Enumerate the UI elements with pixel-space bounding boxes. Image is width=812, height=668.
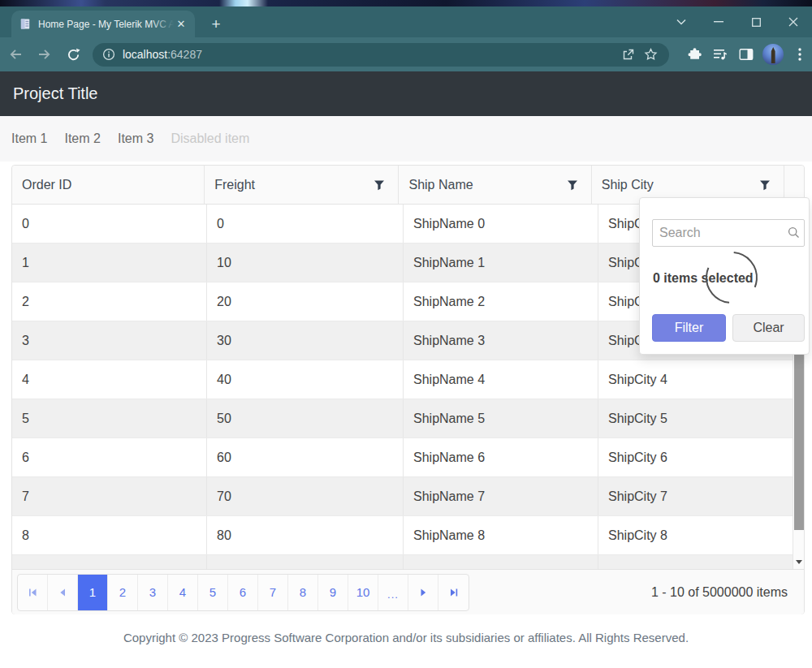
pager-page-7[interactable]: 7 [258,575,288,610]
pager-next-button[interactable] [408,575,438,610]
pager-buttons: 1 2 3 4 5 6 7 8 9 10 ... [17,574,469,611]
window-close-button[interactable] [775,6,812,37]
side-panel-icon[interactable] [734,42,758,67]
tab-search-chevron-icon[interactable] [663,6,700,37]
new-tab-button[interactable]: + [206,15,226,34]
loading-spinner-icon [699,245,764,310]
filter-menu-popup: 0 items selected Filter Clear [639,197,810,355]
cell-order-id: 4 [12,360,207,399]
cell-order-id: 7 [12,477,207,515]
filter-funnel-icon[interactable] [756,176,774,194]
cell-freight: 80 [207,516,404,554]
cell-ship-name: ShipName 0 [404,205,598,243]
cell-ship-name: ShipName 6 [404,438,598,476]
window-frame-wallpaper [0,0,812,6]
cell-freight: 70 [207,477,404,515]
search-icon [788,226,800,242]
pager-page-8[interactable]: 8 [288,575,318,610]
column-header-order-id[interactable]: Order ID [12,166,205,204]
table-row-partial [12,555,794,569]
pager-page-6[interactable]: 6 [228,575,258,610]
filter-funnel-icon[interactable] [370,176,388,194]
url-host: localhost [123,48,167,61]
address-bar[interactable]: localhost:64287 [93,43,669,67]
app-header: Project Title [0,71,812,116]
browser-tab[interactable]: Home Page - My Telerik MVC Ap ✕ [11,11,195,37]
extensions-puzzle-icon[interactable] [683,42,706,67]
filter-clear-button[interactable]: Clear [732,314,805,342]
column-header-ship-name[interactable]: Ship Name [399,166,591,204]
pager-first-button[interactable] [18,575,48,610]
filter-funnel-icon[interactable] [564,176,581,194]
pager-more-pages[interactable]: ... [378,575,408,610]
main-menu: Item 1 Item 2 Item 3 Disabled item [0,116,812,162]
back-button[interactable] [3,41,28,67]
filter-submit-button[interactable]: Filter [652,314,726,342]
cell-ship-name: ShipName 1 [404,243,598,282]
cell-ship-city: ShipCity 4 [598,360,794,399]
site-info-icon[interactable] [102,48,115,61]
share-icon[interactable] [617,43,640,66]
pager-page-1[interactable]: 1 [78,575,108,610]
forward-button[interactable] [32,41,57,67]
pager-info-text: 1 - 10 of 5000000 items [651,585,788,600]
cell-freight: 0 [207,205,404,243]
cell-order-id: 2 [12,282,207,321]
cell-ship-name: ShipName 3 [404,321,598,360]
cell-ship-name: ShipName 4 [404,360,598,399]
pager-page-5[interactable]: 5 [198,575,228,610]
table-row: 4 40 ShipName 4 ShipCity 4 [12,360,794,399]
pager-page-10[interactable]: 10 [348,575,378,610]
grid-pager: 1 2 3 4 5 6 7 8 9 10 ... [12,569,804,614]
cell-order-id: 0 [12,205,207,243]
copyright-footer: Copyright © 2023 Progress Software Corpo… [0,631,812,644]
page-content: Project Title Item 1 Item 2 Item 3 Disab… [0,71,812,668]
tab-title: Home Page - My Telerik MVC Ap [38,19,174,30]
menu-item-3[interactable]: Item 3 [118,131,153,146]
cell-freight: 10 [207,243,404,282]
menu-item-2[interactable]: Item 2 [64,131,100,146]
browser-titlebar: Home Page - My Telerik MVC Ap ✕ + [0,6,812,37]
media-controls-icon[interactable] [709,42,732,67]
cell-ship-city: ShipCity 6 [598,438,794,476]
pager-page-4[interactable]: 4 [168,575,198,610]
pager-last-button[interactable] [438,575,469,610]
scrollbar-down-arrow[interactable] [793,555,805,569]
browser-toolbar: localhost:64287 [0,37,812,71]
cell-ship-name: ShipName 2 [404,282,598,321]
cell-freight: 50 [207,399,404,437]
reload-button[interactable] [61,41,86,67]
cell-freight: 20 [207,282,404,321]
table-row: 8 80 ShipName 8 ShipCity 8 [12,516,794,555]
profile-avatar[interactable] [762,44,783,65]
cell-freight: 30 [207,321,404,360]
filter-search-input[interactable] [652,219,805,247]
pager-page-2[interactable]: 2 [108,575,138,610]
cell-ship-city: ShipCity 7 [598,477,794,515]
table-row: 5 50 ShipName 5 ShipCity 5 [12,399,794,438]
window-maximize-button[interactable] [737,6,775,37]
page-title: Project Title [13,84,97,103]
url-text[interactable]: localhost:64287 [123,48,617,61]
tab-close-icon[interactable]: ✕ [174,17,188,32]
window-minimize-button[interactable] [700,6,737,37]
url-port: :64287 [167,48,202,61]
bookmark-star-icon[interactable] [640,43,663,66]
menu-item-1[interactable]: Item 1 [11,131,47,146]
table-row: 6 60 ShipName 6 ShipCity 6 [12,438,794,477]
cell-order-id: 1 [12,243,207,282]
column-header-freight[interactable]: Freight [205,166,399,204]
cell-order-id: 5 [12,399,207,437]
cell-ship-name: ShipName 8 [404,516,598,554]
cell-freight: 40 [207,360,404,399]
pager-page-3[interactable]: 3 [138,575,168,610]
browser-window: Home Page - My Telerik MVC Ap ✕ + [0,0,812,668]
cell-order-id: 8 [12,516,207,554]
browser-menu-dots-icon[interactable] [788,42,812,67]
cell-order-id: 6 [12,438,207,476]
pager-previous-button[interactable] [48,575,78,610]
cell-freight: 60 [207,438,404,476]
cell-ship-city: ShipCity 5 [598,399,794,437]
cell-ship-name: ShipName 5 [404,399,598,437]
pager-page-9[interactable]: 9 [318,575,348,610]
